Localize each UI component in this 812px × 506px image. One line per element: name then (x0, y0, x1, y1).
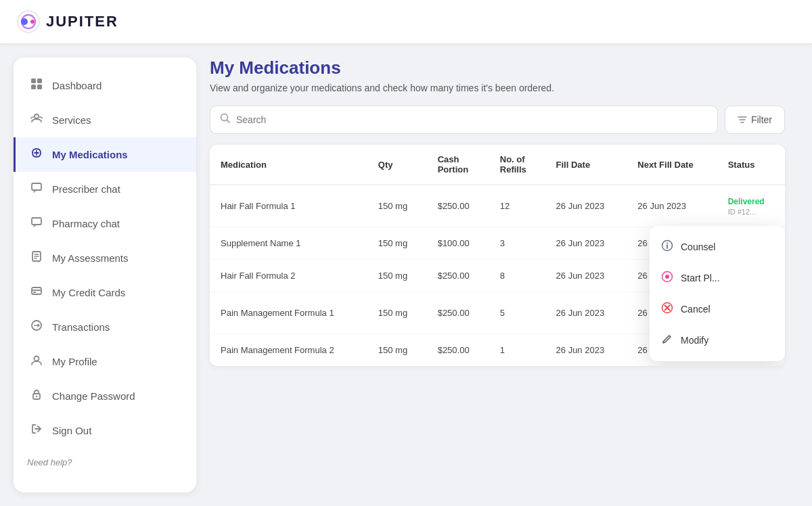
cell-refills: 3 (489, 227, 545, 260)
svg-point-33 (665, 275, 669, 279)
status-badge: Delivered (728, 197, 765, 206)
prescriber-chat-icon (29, 181, 44, 197)
cell-qty: 150 mg (367, 227, 427, 260)
sidebar-item-credit-cards[interactable]: My Credit Cards (14, 275, 196, 310)
cell-next-fill-date: 26 Jun 2023 (627, 185, 717, 227)
order-id: ID #12... (728, 208, 774, 216)
sidebar: Dashboard Services My Med (14, 58, 196, 492)
cell-medication: Pain Management Formula 2 (210, 334, 367, 367)
svg-rect-6 (31, 85, 36, 89)
credit-cards-icon (29, 285, 44, 300)
col-header-refills: No. ofRefills (489, 145, 545, 185)
cell-status: DeliveredID #12... (717, 185, 785, 227)
sidebar-label-assessments: My Assessments (52, 252, 129, 264)
sidebar-label-change-password: Change Password (52, 390, 135, 402)
password-icon (29, 388, 44, 404)
svg-rect-5 (37, 78, 42, 83)
cell-fill-date: 26 Jun 2023 (545, 185, 627, 227)
transactions-icon (29, 319, 44, 335)
context-menu-start-plan[interactable]: Start Pl... (650, 262, 785, 294)
app-name: JUPITER (46, 13, 118, 30)
cancel-label: Cancel (681, 304, 710, 315)
modify-icon (660, 333, 674, 348)
svg-point-2 (21, 18, 28, 25)
cell-cash-portion: $250.00 (427, 334, 489, 367)
logo-icon (16, 9, 41, 34)
svg-point-23 (36, 396, 37, 397)
page-subtitle: View and organize your medications and c… (210, 83, 785, 93)
sidebar-item-profile[interactable]: My Profile (14, 344, 196, 379)
sidebar-label-medications: My Medications (52, 149, 128, 160)
svg-rect-17 (32, 288, 41, 294)
sidebar-item-sign-out[interactable]: Sign Out (14, 413, 196, 448)
counsel-icon (660, 239, 674, 254)
cancel-icon (660, 302, 674, 317)
profile-icon (29, 354, 44, 369)
cell-refills: 5 (489, 292, 545, 334)
filter-button[interactable]: Filter (725, 106, 785, 134)
svg-rect-4 (31, 78, 36, 83)
svg-rect-11 (32, 183, 41, 190)
sidebar-item-my-medications[interactable]: My Medications (14, 137, 196, 172)
pharmacy-chat-icon (29, 216, 44, 231)
svg-point-8 (35, 114, 39, 118)
cell-qty: 150 mg (367, 185, 427, 227)
need-help-text: Need help? (14, 448, 196, 477)
header: JUPITER (0, 0, 812, 44)
context-menu: Counsel Start Pl... (650, 226, 785, 361)
filter-icon (738, 115, 747, 124)
search-bar-row: Filter (210, 106, 785, 134)
cell-cash-portion: $250.00 (427, 260, 489, 292)
sidebar-label-dashboard: Dashboard (52, 80, 102, 91)
cell-fill-date: 26 Jun 2023 (545, 334, 627, 367)
sidebar-item-change-password[interactable]: Change Password (14, 379, 196, 413)
dashboard-icon (29, 78, 44, 93)
assessments-icon (29, 250, 44, 266)
sign-out-icon (29, 423, 44, 438)
cell-fill-date: 26 Jun 2023 (545, 227, 627, 260)
col-header-cash-portion: CashPortion (427, 145, 489, 185)
sidebar-label-sign-out: Sign Out (52, 425, 91, 436)
modify-label: Modify (681, 335, 708, 346)
context-menu-counsel[interactable]: Counsel (650, 231, 785, 262)
sidebar-item-pharmacy-chat[interactable]: Pharmacy chat (14, 206, 196, 241)
cell-qty: 150 mg (367, 334, 427, 367)
sidebar-item-dashboard[interactable]: Dashboard (14, 68, 196, 103)
sidebar-item-assessments[interactable]: My Assessments (14, 241, 196, 275)
col-header-qty: Qty (367, 145, 427, 185)
sidebar-label-services: Services (52, 114, 91, 126)
table-header-row: Medication Qty CashPortion No. ofRefills… (210, 145, 785, 185)
cell-medication: Supplement Name 1 (210, 227, 367, 260)
counsel-label: Counsel (681, 242, 715, 252)
search-input[interactable] (236, 114, 708, 125)
sidebar-label-pharmacy-chat: Pharmacy chat (52, 218, 120, 229)
cell-refills: 12 (489, 185, 545, 227)
svg-point-21 (35, 356, 39, 361)
cell-cash-portion: $250.00 (427, 292, 489, 334)
cell-fill-date: 26 Jun 2023 (545, 292, 627, 334)
context-menu-modify[interactable]: Modify (650, 325, 785, 356)
filter-label: Filter (751, 114, 772, 125)
sidebar-label-prescriber-chat: Prescriber chat (52, 183, 120, 195)
start-plan-icon (660, 271, 674, 285)
main-container: Dashboard Services My Med (0, 44, 812, 506)
start-plan-label: Start Pl... (681, 273, 720, 283)
services-icon (29, 112, 44, 128)
svg-point-3 (30, 20, 35, 24)
col-header-next-fill-date: Next Fill Date (627, 145, 717, 185)
svg-line-25 (227, 120, 230, 123)
content-area: My Medications View and organize your me… (196, 58, 798, 492)
context-menu-cancel[interactable]: Cancel (650, 294, 785, 325)
table-container: Medication Qty CashPortion No. ofRefills… (210, 145, 785, 366)
sidebar-item-prescriber-chat[interactable]: Prescriber chat (14, 172, 196, 206)
page-title: My Medications (210, 58, 785, 78)
cell-qty: 150 mg (367, 260, 427, 292)
cell-medication: Pain Management Formula 1 (210, 292, 367, 334)
svg-point-31 (667, 243, 668, 244)
cell-fill-date: 26 Jun 2023 (545, 260, 627, 292)
sidebar-item-services[interactable]: Services (14, 103, 196, 137)
cell-medication: Hair Fall Formula 1 (210, 185, 367, 227)
logo[interactable]: JUPITER (16, 9, 118, 34)
cell-cash-portion: $250.00 (427, 185, 489, 227)
sidebar-item-transactions[interactable]: Transactions (14, 310, 196, 344)
